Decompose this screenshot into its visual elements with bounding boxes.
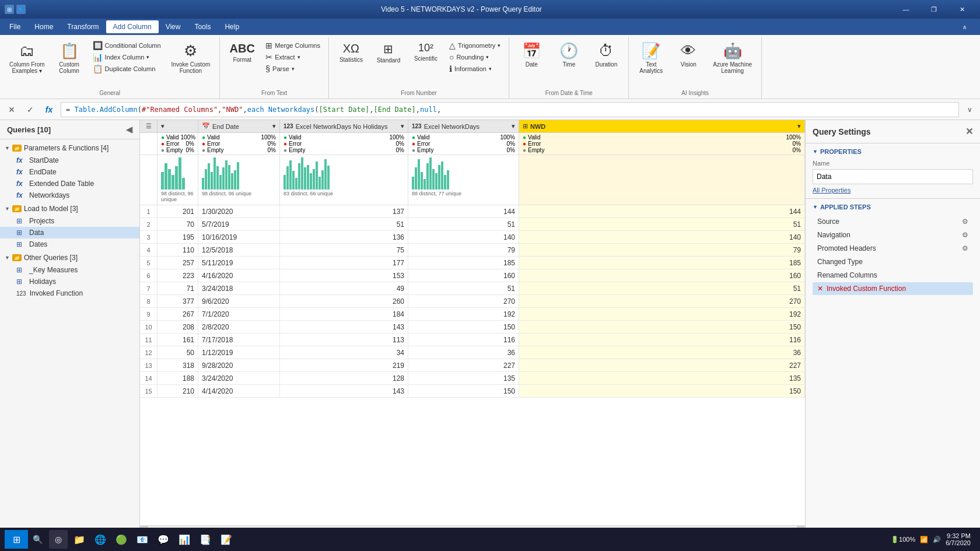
table-row[interactable]: 83779/6/2020260270270 bbox=[140, 295, 805, 308]
table-row[interactable]: 133189/28/2020219227227 bbox=[140, 359, 805, 372]
taskbar-outlook[interactable]: 📧 bbox=[133, 530, 152, 549]
col-type-excel-nwd[interactable]: 123 Excel NetworkDays ▾ bbox=[408, 120, 519, 132]
all-properties-link[interactable]: All Properties bbox=[813, 187, 973, 194]
duration-button[interactable]: ⏱ Duration bbox=[589, 40, 624, 70]
table-row[interactable]: 7713/24/2018495151 bbox=[140, 282, 805, 295]
queries-panel-collapse[interactable]: ◀ bbox=[126, 125, 132, 134]
information-button[interactable]: ℹ Information ▾ bbox=[446, 63, 504, 75]
statistics-button[interactable]: XΩ Statistics bbox=[334, 40, 369, 65]
taskbar-cortana[interactable]: ◎ bbox=[49, 530, 68, 549]
table-row[interactable]: 319510/16/2019136140140 bbox=[140, 231, 805, 244]
table-row[interactable]: 92677/1/2020184192192 bbox=[140, 308, 805, 321]
taskbar-word[interactable]: 📝 bbox=[217, 530, 236, 549]
custom-column-button[interactable]: 📋 CustomColumn bbox=[52, 40, 87, 76]
sidebar-item-dates[interactable]: ⊞ Dates bbox=[0, 238, 139, 250]
sidebar-group-otherqueries-header[interactable]: ▼ 📁 Other Queries [3] bbox=[0, 251, 139, 264]
table-row[interactable]: 141883/24/2020128135135 bbox=[140, 372, 805, 385]
step-renamed-columns[interactable]: Renamed Columns bbox=[813, 269, 973, 282]
taskbar-explorer[interactable]: 📁 bbox=[70, 530, 89, 549]
table-row[interactable]: 111617/17/2018113116116 bbox=[140, 334, 805, 346]
step-changed-type[interactable]: Changed Type bbox=[813, 255, 973, 268]
conditional-column-button[interactable]: 🔲 Conditional Column bbox=[89, 40, 164, 51]
restore-button[interactable]: ❐ bbox=[921, 0, 947, 19]
col1-error-pct: 0% bbox=[186, 141, 194, 147]
extract-button[interactable]: ✂ Extract ▾ bbox=[262, 51, 324, 63]
row-type-cell-0[interactable]: ☰ bbox=[140, 120, 158, 132]
sidebar-item-enddate[interactable]: fx EndDate bbox=[0, 166, 139, 178]
formula-confirm-button[interactable]: ✓ bbox=[23, 103, 37, 117]
sidebar-item-invokedfunction[interactable]: 123 Invoked Function bbox=[0, 287, 139, 299]
enddate-empty: ● Empty 0% bbox=[202, 147, 276, 153]
nwd3-valid-label: Valid bbox=[528, 134, 541, 141]
formula-expand-button[interactable]: ∨ bbox=[964, 103, 975, 117]
sidebar-item-keymeasures[interactable]: ⊞ _Key Measures bbox=[0, 264, 139, 276]
table-row[interactable]: 12501/12/2019343636 bbox=[140, 346, 805, 359]
table-row[interactable]: 2705/7/2019515151 bbox=[140, 218, 805, 231]
sidebar-group-loadtomodel-header[interactable]: ▼ 📁 Load to Model [3] bbox=[0, 202, 139, 215]
menu-home[interactable]: Home bbox=[27, 20, 60, 33]
parse-button[interactable]: § Parse ▾ bbox=[262, 63, 324, 75]
step-source[interactable]: Source ⚙ bbox=[813, 215, 973, 228]
table-row[interactable]: 62234/16/2020153160160 bbox=[140, 269, 805, 282]
name-prop-input[interactable] bbox=[813, 169, 973, 184]
table-row[interactable]: 12011/30/2020137144144 bbox=[140, 205, 805, 218]
taskbar-teams[interactable]: 💬 bbox=[154, 530, 173, 549]
step-promoted-headers-gear[interactable]: ⚙ bbox=[962, 244, 968, 252]
query-settings-close[interactable]: ✕ bbox=[965, 126, 973, 137]
formula-fx-button[interactable]: fx bbox=[42, 103, 56, 117]
trigonometry-button[interactable]: △ Trigonometry ▾ bbox=[446, 40, 504, 51]
sidebar-item-data[interactable]: ⊞ Data bbox=[0, 227, 139, 238]
col-type-excel-nwdnh[interactable]: 123 Excel NetworkDays No Holidays ▾ bbox=[280, 120, 408, 132]
invoke-custom-function-button[interactable]: ⚙ Invoke CustomFunction bbox=[167, 40, 215, 76]
col-type-nwd[interactable]: ⊞ NWD ▾ bbox=[519, 120, 805, 132]
close-button[interactable]: ✕ bbox=[949, 0, 975, 19]
table-row[interactable]: 102082/8/2020143150150 bbox=[140, 321, 805, 334]
col-type-enddate[interactable]: 📅 End Date ▾ bbox=[198, 120, 280, 132]
ribbon-collapse-button[interactable]: ∧ bbox=[951, 17, 978, 36]
sidebar-item-networkdays[interactable]: fx Networkdays bbox=[0, 189, 139, 201]
step-invoked-custom-function[interactable]: ✕ Invoked Custom Function bbox=[813, 282, 973, 295]
minimize-button[interactable]: — bbox=[892, 0, 919, 19]
step-source-gear[interactable]: ⚙ bbox=[962, 217, 968, 226]
menu-tools[interactable]: Tools bbox=[187, 20, 218, 33]
merge-columns-button[interactable]: ⊞ Merge Columns bbox=[262, 40, 324, 51]
sidebar-item-startdate[interactable]: fx StartDate bbox=[0, 155, 139, 166]
col-type-col1[interactable]: ▾ bbox=[158, 120, 198, 132]
table-row[interactable]: 411012/5/2018757979 bbox=[140, 244, 805, 257]
index-column-button[interactable]: 📊 Index Column ▾ bbox=[89, 51, 164, 63]
step-promoted-headers[interactable]: Promoted Headers ⚙ bbox=[813, 242, 973, 255]
row-number-cell: 9 bbox=[140, 308, 158, 320]
vision-button[interactable]: 👁 Vision bbox=[671, 40, 706, 70]
taskbar-powerpoint[interactable]: 📑 bbox=[196, 530, 215, 549]
formula-cancel-button[interactable]: ✕ bbox=[5, 103, 19, 117]
menu-addcolumn[interactable]: Add Column bbox=[106, 20, 159, 33]
format-button[interactable]: ABC Format bbox=[225, 40, 260, 65]
column-from-examples-button[interactable]: 🗂 Column FromExamples ▾ bbox=[5, 40, 50, 76]
menu-view[interactable]: View bbox=[159, 20, 188, 33]
text-analytics-button[interactable]: 📝 TextAnalytics bbox=[634, 40, 668, 76]
taskbar-excel[interactable]: 📊 bbox=[175, 530, 194, 549]
rounding-button[interactable]: ○ Rounding ▾ bbox=[446, 51, 504, 63]
sidebar-group-params-header[interactable]: ▼ 📁 Parameters & Functions [4] bbox=[0, 142, 139, 155]
step-navigation-gear[interactable]: ⚙ bbox=[962, 231, 968, 239]
azure-ml-button[interactable]: 🤖 Azure MachineLearning bbox=[708, 40, 757, 76]
formula-input[interactable]: = Table.AddColumn ( #"Renamed Columns" ,… bbox=[61, 102, 959, 117]
taskbar-chrome[interactable]: 🟢 bbox=[112, 530, 131, 549]
scientific-button[interactable]: 10² Scientific bbox=[408, 40, 443, 64]
sidebar-item-extendeddatetable[interactable]: fx Extended Date Table bbox=[0, 178, 139, 189]
table-row[interactable]: 152104/14/2020143150150 bbox=[140, 385, 805, 398]
taskbar-edge[interactable]: 🌐 bbox=[91, 530, 110, 549]
menu-file[interactable]: File bbox=[2, 20, 27, 33]
start-button[interactable]: ⊞ bbox=[5, 530, 28, 549]
sidebar-item-holidays[interactable]: ⊞ Holidays bbox=[0, 276, 139, 287]
menu-transform[interactable]: Transform bbox=[60, 20, 106, 33]
duplicate-column-button[interactable]: 📋 Duplicate Column bbox=[89, 63, 164, 75]
search-taskbar-button[interactable]: 🔍 bbox=[28, 530, 47, 549]
date-button[interactable]: 📅 Date bbox=[514, 40, 549, 70]
standard-button[interactable]: ⊞ Standard bbox=[371, 40, 406, 66]
time-button[interactable]: 🕐 Time bbox=[551, 40, 586, 70]
sidebar-item-projects[interactable]: ⊞ Projects bbox=[0, 215, 139, 227]
step-navigation[interactable]: Navigation ⚙ bbox=[813, 229, 973, 241]
table-row[interactable]: 52575/11/2019177185185 bbox=[140, 257, 805, 269]
menu-help[interactable]: Help bbox=[218, 20, 246, 33]
